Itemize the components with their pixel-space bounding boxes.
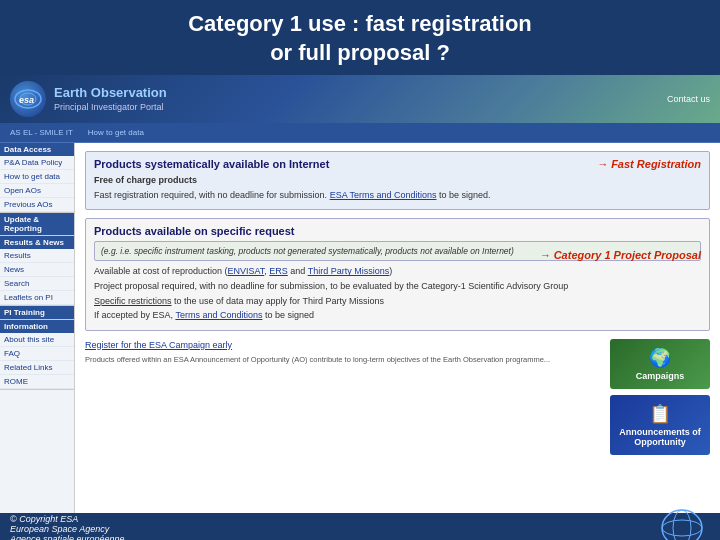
contact-label[interactable]: Contact us — [667, 94, 710, 104]
free-of-charge-text: Free of charge products — [94, 174, 701, 187]
title-line2: or full proposal ? — [270, 40, 450, 65]
category1-arrow: → Category 1 Project Proposal — [540, 249, 701, 261]
register-campaign-text: Register for the ESA Campaign early — [85, 339, 602, 352]
ers-link[interactable]: ERS — [269, 266, 288, 276]
portal-main-text: Earth Observation — [54, 85, 167, 102]
specific-restrictions-text: Specific restrictions to the use of data… — [94, 295, 701, 308]
fast-registration-label: → Fast Registration — [597, 158, 701, 170]
sidebar-section-title-data-access: Data Access — [0, 143, 74, 156]
footer-left-text: © Copyright ESA European Space Agency Ag… — [10, 514, 125, 540]
portal-sub-text: Principal Investigator Portal — [54, 102, 167, 114]
esa-header: esa Earth Observation Principal Investig… — [0, 75, 720, 123]
products-request-box: Products available on specific request (… — [85, 218, 710, 330]
ao-button[interactable]: 📋 Announcements of Opportunity — [610, 395, 710, 455]
esa-logo-area: esa Earth Observation Principal Investig… — [10, 81, 167, 117]
sidebar-section-update: Update & Reporting — [0, 213, 74, 236]
content-area: Products systematically available on Int… — [75, 143, 720, 513]
nav-bar: AS EL - SMILE IT How to get data — [0, 123, 720, 143]
if-accepted-text: If accepted by ESA, Terms and Conditions… — [94, 309, 701, 322]
copyright-text: © Copyright ESA — [10, 514, 125, 524]
main-layout: Data Access P&A Data Policy How to get d… — [0, 143, 720, 513]
fast-reg-text: Fast registration required, with no dead… — [94, 190, 327, 200]
title-line1: Category 1 use : fast registration — [188, 11, 532, 36]
sidebar-item-how-to-get[interactable]: How to get data — [0, 170, 74, 184]
sidebar-item-about[interactable]: About this site — [0, 333, 74, 347]
sidebar-section-title-results: Results & News — [0, 236, 74, 249]
campaigns-icon: 🌍 — [649, 347, 671, 369]
sidebar-section-information: Information About this site FAQ Related … — [0, 320, 74, 390]
free-charge-label: Free of charge products — [94, 175, 197, 185]
campaigns-label: Campaigns — [636, 371, 685, 381]
campaigns-button[interactable]: 🌍 Campaigns — [610, 339, 710, 389]
page-title: Category 1 use : fast registration or fu… — [20, 10, 700, 67]
nav-item-home[interactable]: AS EL - SMILE IT — [10, 128, 73, 137]
fast-registration-arrow: → Fast Registration — [597, 158, 701, 170]
products-request-title: Products available on specific request — [94, 225, 701, 237]
ao-description-text: Products offered within an ESA Announcem… — [85, 355, 602, 366]
sidebar: Data Access P&A Data Policy How to get d… — [0, 143, 75, 513]
sidebar-item-leaflets[interactable]: Leaflets on PI — [0, 291, 74, 305]
sidebar-item-news[interactable]: News — [0, 263, 74, 277]
fast-reg-required-text: Fast registration required, with no dead… — [94, 189, 701, 202]
bottom-left-area: Register for the ESA Campaign early Prod… — [85, 339, 602, 455]
svg-text:esa: esa — [19, 95, 34, 105]
contact-us-link[interactable]: Contact us — [667, 94, 710, 104]
living-planet-logo: Living Planet — [655, 507, 710, 540]
third-party-link[interactable]: Third Party Missions — [308, 266, 390, 276]
sidebar-item-rome[interactable]: ROME — [0, 375, 74, 389]
bottom-right-buttons: 🌍 Campaigns 📋 Announcements of Opportuni… — [610, 339, 710, 455]
italic-text: (e.g. i.e. specific instrument tasking, … — [101, 246, 514, 256]
footer-bar: © Copyright ESA European Space Agency Ag… — [0, 513, 720, 540]
register-campaign-link[interactable]: Register for the ESA Campaign early — [85, 340, 232, 350]
agency-name-2: Agence spatiale européenne — [10, 534, 125, 540]
sidebar-item-previous-aos[interactable]: Previous AOs — [0, 198, 74, 212]
nav-how-to-get-data[interactable]: How to get data — [88, 128, 144, 137]
ao-icon: 📋 — [649, 403, 671, 425]
envisat-link[interactable]: ENVISAT — [227, 266, 264, 276]
sidebar-section-pi-training: PI Training — [0, 306, 74, 320]
sidebar-item-pa-data-policy[interactable]: P&A Data Policy — [0, 156, 74, 170]
sidebar-item-search[interactable]: Search — [0, 277, 74, 291]
sidebar-section-results: Results & News Results News Search Leafl… — [0, 236, 74, 306]
project-proposal-text: Project proposal required, with no deadl… — [94, 280, 701, 293]
sidebar-section-title-information: Information — [0, 320, 74, 333]
terms-conditions-link[interactable]: Terms and Conditions — [175, 310, 262, 320]
products-internet-box: Products systematically available on Int… — [85, 151, 710, 210]
sidebar-section-data-access: Data Access P&A Data Policy How to get d… — [0, 143, 74, 213]
category1-label: → Category 1 Project Proposal — [540, 249, 701, 261]
ao-label: Announcements of Opportunity — [614, 427, 706, 447]
esa-terms-link[interactable]: ESA Terms and Conditions — [330, 190, 437, 200]
sidebar-item-faq[interactable]: FAQ — [0, 347, 74, 361]
sidebar-item-related-links[interactable]: Related Links — [0, 361, 74, 375]
sidebar-item-open-aos[interactable]: Open AOs — [0, 184, 74, 198]
small-description: Products offered within an ESA Announcem… — [85, 355, 550, 364]
cost-of-reproduction-text: Available at cost of reproduction (ENVIS… — [94, 265, 701, 278]
sidebar-section-title-pi-training: PI Training — [0, 306, 74, 319]
svg-point-3 — [662, 510, 702, 540]
svg-point-4 — [662, 520, 702, 536]
bottom-section: Register for the ESA Campaign early Prod… — [85, 339, 710, 455]
to-be-signed-text: to be signed. — [439, 190, 491, 200]
sidebar-item-results[interactable]: Results — [0, 249, 74, 263]
portal-text: Earth Observation Principal Investigator… — [54, 85, 167, 114]
esa-logo-icon: esa — [10, 81, 46, 117]
sidebar-section-title-update: Update & Reporting — [0, 213, 74, 235]
agency-name-1: European Space Agency — [10, 524, 125, 534]
title-area: Category 1 use : fast registration or fu… — [0, 0, 720, 75]
